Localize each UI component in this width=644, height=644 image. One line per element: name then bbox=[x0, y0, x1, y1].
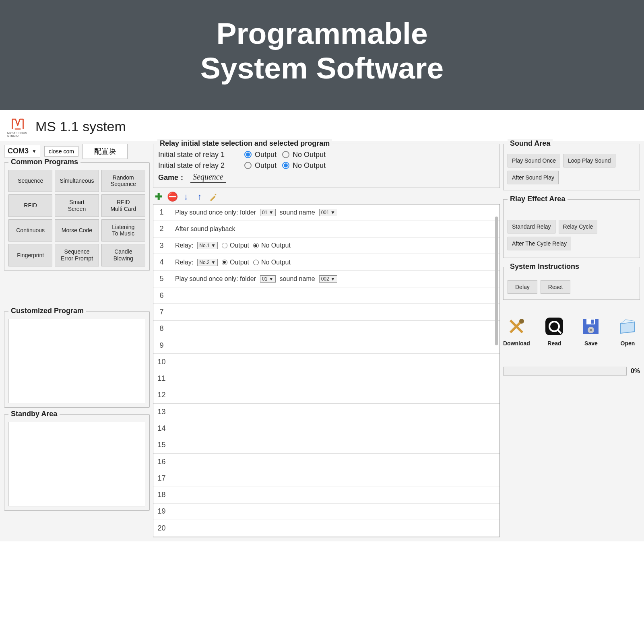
step-row[interactable]: Play sound once only: folder01 ▼sound na… bbox=[170, 271, 500, 287]
com-port-select[interactable]: COM3 ▼ bbox=[4, 145, 40, 157]
program-button-5[interactable]: RFIDMulti Card bbox=[101, 194, 145, 217]
step-number: 1 bbox=[153, 204, 170, 221]
program-button-4[interactable]: SmartScreen bbox=[55, 194, 99, 217]
step-row[interactable] bbox=[170, 520, 500, 537]
open-icon bbox=[617, 316, 638, 337]
step-scrollbar[interactable] bbox=[495, 217, 498, 345]
hero-banner: Programmable System Software bbox=[0, 0, 644, 110]
close-com-button[interactable]: close com bbox=[44, 146, 78, 157]
program-button-8[interactable]: ListeningTo Music bbox=[101, 219, 145, 242]
relay-btns-btn-2[interactable]: After The Cycle Relay bbox=[508, 237, 571, 250]
relay-nooutput-radio[interactable]: No Output bbox=[253, 259, 291, 266]
relay-nooutput-radio[interactable]: No Output bbox=[253, 242, 291, 249]
sound-btns-btn-1[interactable]: Loop Play Sound bbox=[564, 154, 615, 167]
save-icon bbox=[580, 316, 601, 337]
program-button-1[interactable]: Simultaneous bbox=[55, 170, 99, 192]
program-button-9[interactable]: Fingerprint bbox=[8, 244, 52, 266]
relay1-nooutput-radio[interactable]: No Output bbox=[282, 151, 326, 159]
step-row[interactable] bbox=[170, 454, 500, 470]
program-button-7[interactable]: Morse Code bbox=[55, 219, 99, 242]
relay2-nooutput-radio[interactable]: No Output bbox=[282, 161, 326, 170]
config-block-button[interactable]: 配置块 bbox=[83, 144, 128, 159]
step-toolbar: ✚ ⛔ ↓ ↑ bbox=[153, 190, 500, 204]
program-button-0[interactable]: Sequence bbox=[8, 170, 52, 192]
step-number: 11 bbox=[153, 370, 170, 387]
sys-btns-btn-1[interactable]: Reset bbox=[541, 280, 571, 294]
read-icon bbox=[544, 316, 565, 337]
svg-rect-6 bbox=[586, 319, 595, 324]
sound-btns-btn-0[interactable]: Play Sound Once bbox=[508, 154, 560, 167]
move-down-icon[interactable]: ↓ bbox=[181, 192, 191, 202]
progress-bar bbox=[503, 367, 627, 376]
customized-program-group: Customized Program bbox=[4, 311, 150, 408]
step-number: 13 bbox=[153, 404, 170, 420]
soundname-select[interactable]: 002 ▼ bbox=[319, 275, 337, 283]
program-button-2[interactable]: RandomSequence bbox=[101, 170, 145, 192]
program-button-6[interactable]: Continuous bbox=[8, 219, 52, 242]
step-row[interactable]: Relay:No.2 ▼OutputNo Output bbox=[170, 254, 500, 270]
svg-rect-7 bbox=[591, 320, 594, 324]
customized-program-area[interactable] bbox=[8, 319, 145, 403]
open-label: Open bbox=[621, 340, 635, 347]
customized-program-title: Customized Program bbox=[8, 307, 86, 315]
step-row[interactable] bbox=[170, 404, 500, 420]
relay-no-select[interactable]: No.1 ▼ bbox=[197, 242, 218, 249]
folder-select[interactable]: 01 ▼ bbox=[260, 209, 276, 216]
step-number: 12 bbox=[153, 387, 170, 404]
step-number: 16 bbox=[153, 454, 170, 470]
relay2-output-radio[interactable]: Output bbox=[244, 161, 277, 170]
step-row[interactable] bbox=[170, 321, 500, 337]
read-action[interactable]: Read bbox=[542, 316, 567, 347]
standby-area-box[interactable] bbox=[8, 422, 145, 506]
download-action[interactable]: Download bbox=[503, 316, 530, 347]
step-row[interactable]: Relay:No.1 ▼OutputNo Output bbox=[170, 237, 500, 254]
sound-btns-btn-2[interactable]: After Sound Play bbox=[508, 171, 559, 184]
step-row[interactable] bbox=[170, 370, 500, 387]
step-row[interactable] bbox=[170, 504, 500, 520]
download-label: Download bbox=[503, 340, 530, 347]
step-number: 20 bbox=[153, 520, 170, 537]
step-number: 7 bbox=[153, 304, 170, 320]
step-row[interactable] bbox=[170, 387, 500, 404]
step-row[interactable] bbox=[170, 420, 500, 437]
system-instructions-title: System Instructions bbox=[508, 262, 582, 271]
step-row[interactable] bbox=[170, 337, 500, 354]
sys-btns-btn-0[interactable]: Delay bbox=[508, 280, 537, 294]
step-row[interactable] bbox=[170, 470, 500, 487]
relay-btns-btn-0[interactable]: Standard Relay bbox=[508, 220, 555, 233]
relay-output-radio[interactable]: Output bbox=[222, 259, 249, 266]
wand-icon[interactable] bbox=[208, 192, 218, 202]
step-row[interactable] bbox=[170, 437, 500, 454]
sound-area-group: Sound Area Play Sound OnceLoop Play Soun… bbox=[503, 144, 640, 190]
relay1-output-radio[interactable]: Output bbox=[244, 151, 277, 159]
step-row[interactable] bbox=[170, 487, 500, 504]
add-step-icon[interactable]: ✚ bbox=[154, 192, 163, 202]
progress-row: 0% bbox=[503, 367, 640, 376]
com-port-value: COM3 bbox=[8, 147, 29, 155]
step-number: 15 bbox=[153, 437, 170, 454]
remove-step-icon[interactable]: ⛔ bbox=[167, 192, 177, 202]
step-row[interactable] bbox=[170, 304, 500, 320]
step-number: 3 bbox=[153, 237, 170, 254]
step-row[interactable] bbox=[170, 354, 500, 370]
save-action[interactable]: Save bbox=[579, 316, 603, 347]
step-row[interactable]: After sound playback bbox=[170, 221, 500, 237]
step-number: 2 bbox=[153, 221, 170, 237]
move-up-icon[interactable]: ↑ bbox=[195, 192, 204, 202]
step-row[interactable]: Play sound once only: folder01 ▼sound na… bbox=[170, 204, 500, 221]
file-actions: Download Read Save bbox=[503, 316, 640, 347]
open-action[interactable]: Open bbox=[615, 316, 640, 347]
folder-select[interactable]: 01 ▼ bbox=[260, 275, 276, 283]
soundname-select[interactable]: 001 ▼ bbox=[319, 209, 337, 216]
relay-no-select[interactable]: No.2 ▼ bbox=[197, 259, 218, 266]
game-label: Game： bbox=[158, 173, 186, 182]
program-button-11[interactable]: CandleBlowing bbox=[101, 244, 145, 266]
relay-output-radio[interactable]: Output bbox=[222, 242, 249, 249]
program-button-3[interactable]: RFID bbox=[8, 194, 52, 217]
step-row[interactable] bbox=[170, 287, 500, 304]
relay-btns-btn-1[interactable]: Relay Cycle bbox=[559, 220, 598, 233]
app-logo: MYSTERIOUS STUDIO bbox=[7, 116, 28, 137]
program-button-10[interactable]: SequenceError Prompt bbox=[55, 244, 99, 266]
relay-initial-state-group: Relay initial state selection and select… bbox=[153, 144, 500, 188]
relay2-label: Initial state of relay 2 bbox=[158, 161, 239, 170]
